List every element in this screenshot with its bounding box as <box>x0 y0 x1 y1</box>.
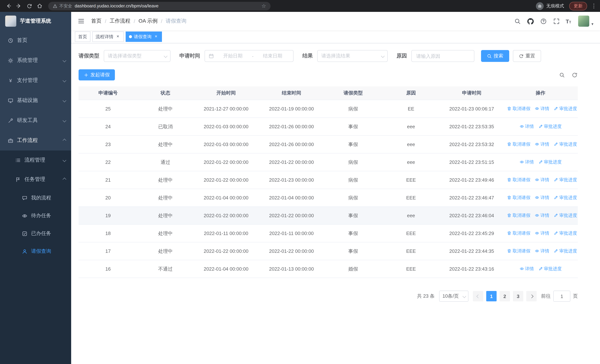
table-row: 16 不通过 2022-01-04 00:00:00 2022-01-13 00… <box>79 260 578 278</box>
refresh-table-icon[interactable] <box>571 72 578 78</box>
bookmark-star-icon[interactable]: ☆ <box>262 3 266 9</box>
result-select[interactable]: 请选择流结果 <box>317 50 388 62</box>
pagination: 共 23 条 10条/页 1 2 3 前往 <box>79 291 578 302</box>
address-bar[interactable]: 不安全 dashboard.yudao.iocoder.cn/bpm/oa/le… <box>48 2 271 10</box>
op-cancel-link[interactable]: 取消请假 <box>507 195 531 201</box>
sidebar-item-done-tasks[interactable]: 已办任务 <box>0 225 71 243</box>
op-progress-link[interactable]: 审批进度 <box>554 248 577 254</box>
sidebar-item-todo-tasks[interactable]: 待办任务 <box>0 207 71 225</box>
page-button-3[interactable]: 3 <box>513 291 523 301</box>
op-detail-link[interactable]: 详情 <box>519 123 534 130</box>
sidebar-item-home[interactable]: 首页 <box>0 30 71 50</box>
cell-operations: 详情审批进度 <box>504 118 578 135</box>
sidebar-item-task-mgmt[interactable]: 任务管理 <box>0 170 71 189</box>
op-progress-link[interactable]: 审批进度 <box>554 212 577 219</box>
sidebar-item-workflow[interactable]: 工作流程 <box>0 131 71 150</box>
op-cancel-link[interactable]: 取消请假 <box>507 177 531 183</box>
task-icon <box>15 177 21 182</box>
op-detail-link[interactable]: 详情 <box>519 266 534 272</box>
cell-request-id: 16 <box>79 260 138 278</box>
trash-icon <box>507 213 512 218</box>
cell-apply-time: 2022-01-22 23:44:35 <box>440 242 503 260</box>
app-logo[interactable]: 芋道管理系统 <box>0 12 71 30</box>
total-count: 共 23 条 <box>417 293 434 299</box>
sidebar-item-system[interactable]: 系统管理 <box>0 50 71 70</box>
cell-operations: 取消请假详情审批进度 <box>504 242 578 260</box>
security-warning-chip[interactable]: 不安全 <box>53 3 72 9</box>
cell-end-time: 2022-01-26 00:00:00 <box>259 118 324 135</box>
create-leave-button[interactable]: 发起请假 <box>79 69 115 80</box>
apply-time-range-picker[interactable]: 开始日期 - 结束日期 <box>205 50 293 62</box>
tag-process-detail[interactable]: 流程详情 × <box>92 31 124 42</box>
op-detail-link[interactable]: 详情 <box>535 230 549 236</box>
leave-type-select[interactable]: 请选择请假类型 <box>104 50 170 62</box>
op-cancel-link[interactable]: 取消请假 <box>507 212 531 219</box>
browser-forward-button[interactable] <box>14 1 24 11</box>
op-progress-link[interactable]: 审批进度 <box>554 230 577 236</box>
breadcrumb-item-home[interactable]: 首页 <box>91 18 102 24</box>
search-icon[interactable] <box>514 18 521 25</box>
close-icon[interactable]: × <box>153 34 159 39</box>
browser-home-button[interactable] <box>35 1 45 11</box>
op-detail-link[interactable]: 详情 <box>535 195 549 201</box>
op-detail-link[interactable]: 详情 <box>535 177 549 183</box>
browser-refresh-button[interactable] <box>24 1 34 11</box>
op-cancel-link[interactable]: 取消请假 <box>507 106 531 112</box>
prev-page-button[interactable] <box>473 291 483 301</box>
op-progress-link[interactable]: 审批进度 <box>554 195 577 201</box>
table-toolbar: 发起请假 <box>79 69 578 80</box>
op-progress-link[interactable]: 审批进度 <box>538 266 562 272</box>
incognito-indicator: 无痕模式 <box>536 2 564 10</box>
breadcrumb: 首页 / 工作流程 / OA 示例 / 请假查询 <box>91 18 187 24</box>
sidebar-item-devtools[interactable]: 研发工具 <box>0 111 71 131</box>
sidebar-item-process-mgmt[interactable]: 流程管理 <box>0 150 71 170</box>
browser-update-button[interactable]: 更新 <box>569 2 587 10</box>
active-dot <box>129 35 132 38</box>
eye-icon <box>535 213 539 218</box>
sidebar-item-infrastructure[interactable]: 基础设施 <box>0 90 71 111</box>
browser-menu-button[interactable]: ⋮ <box>591 3 596 9</box>
op-progress-link[interactable]: 审批进度 <box>554 141 577 148</box>
sidebar-item-leave-query[interactable]: 请假查询 <box>0 243 71 260</box>
op-progress-link[interactable]: 审批进度 <box>538 123 562 130</box>
sidebar-item-label: 系统管理 <box>17 57 59 64</box>
op-detail-link[interactable]: 详情 <box>519 159 534 165</box>
user-menu[interactable]: ▼ <box>578 16 594 27</box>
sidebar-item-my-process[interactable]: 我的流程 <box>0 189 71 207</box>
sidebar-item-payment[interactable]: ¥ 支付管理 <box>0 70 71 90</box>
page-button-1[interactable]: 1 <box>486 291 497 301</box>
close-icon[interactable]: × <box>115 34 121 39</box>
search-button[interactable]: 搜索 <box>481 50 509 62</box>
op-cancel-link[interactable]: 取消请假 <box>507 230 531 236</box>
font-size-icon[interactable]: TT <box>566 18 571 24</box>
tag-home[interactable]: 首页 <box>75 31 90 42</box>
page-button-2[interactable]: 2 <box>500 291 510 301</box>
search-toggle-icon[interactable] <box>559 72 565 78</box>
help-icon[interactable] <box>540 18 547 25</box>
reason-input[interactable] <box>415 53 470 59</box>
col-status: 状态 <box>138 86 193 100</box>
workflow-submenu: 流程管理 任务管理 我的流程 <box>0 150 71 260</box>
goto-page-input[interactable] <box>553 291 570 302</box>
reset-button[interactable]: 重置 <box>513 50 541 62</box>
op-progress-link[interactable]: 审批进度 <box>538 159 562 165</box>
op-detail-link[interactable]: 详情 <box>535 248 549 254</box>
next-page-button[interactable] <box>526 291 537 301</box>
op-detail-link[interactable]: 详情 <box>535 212 549 219</box>
task-submenu: 我的流程 待办任务 已办任务 请假查询 <box>0 189 71 260</box>
op-cancel-link[interactable]: 取消请假 <box>507 248 531 254</box>
github-icon[interactable] <box>527 18 534 25</box>
fullscreen-icon[interactable] <box>553 18 560 25</box>
op-progress-link[interactable]: 审批进度 <box>554 177 577 183</box>
tag-leave-query[interactable]: 请假查询 × <box>126 31 162 42</box>
op-detail-link[interactable]: 详情 <box>535 141 549 148</box>
process-icon <box>15 157 21 163</box>
trash-icon <box>507 142 512 147</box>
page-size-select[interactable]: 10条/页 <box>439 291 469 302</box>
op-progress-link[interactable]: 审批进度 <box>554 106 577 112</box>
sidebar-item-label: 已办任务 <box>31 230 66 237</box>
op-detail-link[interactable]: 详情 <box>535 106 549 112</box>
browser-back-button[interactable] <box>4 1 13 11</box>
sidebar-collapse-button[interactable] <box>77 17 85 25</box>
op-cancel-link[interactable]: 取消请假 <box>507 141 531 148</box>
